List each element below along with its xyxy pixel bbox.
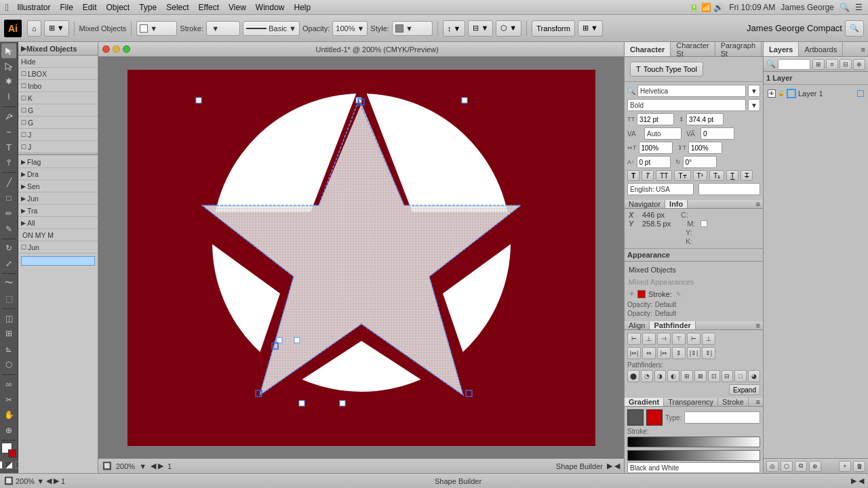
baseline-input[interactable] xyxy=(637,156,671,168)
minimize-btn[interactable] xyxy=(113,45,120,53)
font-style-dropdown[interactable]: ▼ xyxy=(748,99,760,111)
layers-panel-options[interactable]: ≡ xyxy=(859,42,868,56)
menu-effect[interactable]: Effect xyxy=(199,3,219,12)
smallcaps-btn[interactable]: Tᴛ xyxy=(674,170,690,181)
dist-center-h[interactable]: ⇔ xyxy=(642,347,656,359)
nav-panel-options[interactable]: ≡ xyxy=(753,200,763,208)
tab-stroke-panel[interactable]: Stroke xyxy=(718,398,749,406)
font-size-input[interactable] xyxy=(637,113,674,125)
list-item-jun2[interactable]: ☐ Jun xyxy=(18,241,98,253)
gradient-swatch-red[interactable] xyxy=(646,409,663,426)
tracking-input[interactable] xyxy=(701,127,734,140)
super-btn[interactable]: T¹ xyxy=(693,170,707,181)
opacity-dropdown[interactable]: 100%▼ xyxy=(332,21,368,36)
menu-select[interactable]: Select xyxy=(166,3,189,12)
line-tool[interactable]: ╱ xyxy=(1,175,16,190)
layers-clip-btn[interactable]: ⧉ xyxy=(795,461,807,472)
layers-view-btn1[interactable]: ⊞ xyxy=(812,59,825,70)
tab-info[interactable]: Info xyxy=(665,200,688,208)
tab-character-styles[interactable]: Character St xyxy=(671,42,715,56)
warp-tool[interactable]: 〜 xyxy=(1,276,16,291)
path-merge[interactable]: ⊡ xyxy=(708,370,720,382)
tab-transparency[interactable]: Transparency xyxy=(664,398,718,406)
fill-stroke-colors[interactable] xyxy=(1,443,16,458)
scissors-tool[interactable]: ✂ xyxy=(1,392,16,407)
touch-type-btn[interactable]: T Touch Type Tool xyxy=(630,62,703,77)
paintbrush-tool[interactable]: ✏ xyxy=(1,206,16,221)
tab-gradient[interactable]: Gradient xyxy=(625,398,664,406)
menu-help[interactable]: Help xyxy=(294,3,311,12)
status-zoom-arrow[interactable]: ▼ xyxy=(37,477,44,485)
tab-align[interactable]: Align xyxy=(625,321,650,329)
status-zoom[interactable]: 200% xyxy=(16,477,35,485)
lasso-tool[interactable]: ⌇ xyxy=(1,89,16,104)
rotation-input[interactable] xyxy=(683,156,717,168)
path-intersect[interactable]: ◑ xyxy=(654,370,667,382)
path-minus-back[interactable]: ◕ xyxy=(748,370,760,382)
list-item-hide[interactable]: Hide xyxy=(18,56,98,68)
stroke-color-dropdown[interactable]: ▼ xyxy=(136,21,177,36)
status-toggle[interactable]: ▶ ◀ xyxy=(851,476,864,485)
menu-type[interactable]: Type xyxy=(139,3,157,12)
italic-btn[interactable]: T xyxy=(642,170,654,181)
tab-character[interactable]: Character xyxy=(625,42,671,56)
dist-left[interactable]: |⇔| xyxy=(627,347,641,359)
close-btn[interactable] xyxy=(102,45,110,53)
layers-view-btn4[interactable]: ⊕ xyxy=(853,59,865,70)
curvature-tool[interactable]: ~ xyxy=(1,125,16,140)
gradient-swatch-dark[interactable] xyxy=(627,409,644,426)
layer-1-item[interactable]: 👁 🔒 Layer 1 xyxy=(766,87,865,100)
dist-top[interactable]: ⇕ xyxy=(672,347,686,359)
rotate-tool[interactable]: ↻ xyxy=(1,241,16,256)
tab-layers[interactable]: Layers xyxy=(764,42,799,56)
path-exclude[interactable]: ◐ xyxy=(667,370,679,382)
graph-tool[interactable]: ⬚ xyxy=(1,291,16,306)
stroke-style-dropdown[interactable]: Basic▼ xyxy=(243,21,300,36)
layers-view-btn2[interactable]: ≡ xyxy=(826,59,838,70)
dist-right[interactable]: |⇔ xyxy=(657,347,671,359)
scale-x-input[interactable] xyxy=(639,142,673,154)
canvas-area[interactable] xyxy=(98,57,624,458)
list-item-k[interactable]: ☐ K xyxy=(18,92,98,104)
eyedropper-tool[interactable]: ⊾ xyxy=(1,342,16,357)
menu-edit[interactable]: Edit xyxy=(83,3,97,12)
arrange-btn[interactable]: ↕ ▼ xyxy=(443,20,465,37)
preset-name-input[interactable]: Black and White xyxy=(627,462,760,473)
menu-file[interactable]: File xyxy=(60,3,73,12)
search-icon[interactable]: 🔍 xyxy=(840,3,850,12)
layer-target-btn[interactable] xyxy=(857,90,864,97)
caps-btn[interactable]: TT xyxy=(656,170,672,181)
menu-view[interactable]: View xyxy=(229,3,246,12)
scale-tool[interactable]: ⤢ xyxy=(1,256,16,271)
font-dropdown-btn[interactable]: ▼ xyxy=(748,85,760,97)
list-item-sen[interactable]: ▶ Sen xyxy=(18,180,98,192)
transform-btn[interactable]: Transform xyxy=(532,20,575,37)
maximize-btn[interactable] xyxy=(123,45,130,53)
transform-options-btn[interactable]: ⊞ ▼ xyxy=(578,20,603,37)
layer-visibility-btn[interactable]: 👁 xyxy=(768,89,776,98)
mesh-tool[interactable]: ⊞ xyxy=(1,326,16,341)
status-nav[interactable]: ◀ ▶ xyxy=(46,476,59,485)
list-item-g2[interactable]: ☐ G xyxy=(18,117,98,129)
sub-btn[interactable]: T₁ xyxy=(709,170,724,181)
align-btn[interactable]: ⊟ ▼ xyxy=(468,20,493,37)
layers-locate-btn[interactable]: ◎ xyxy=(766,461,778,472)
pen-tool[interactable] xyxy=(1,109,16,124)
layers-view-btn3[interactable]: ⊟ xyxy=(840,59,852,70)
gradient-panel-options[interactable]: ≡ xyxy=(753,398,763,406)
dist-bottom[interactable]: ⇕| xyxy=(702,347,715,359)
stroke-weight-dropdown[interactable]: ▼ xyxy=(206,21,240,36)
strike-btn[interactable]: T xyxy=(741,170,753,181)
list-item-lbox[interactable]: ☐ LBOX xyxy=(18,68,98,80)
path-unite[interactable]: ⬤ xyxy=(627,370,639,382)
add-item-btn[interactable] xyxy=(21,256,95,266)
hand-tool[interactable]: ✋ xyxy=(1,407,16,422)
home-btn[interactable]: ⌂ xyxy=(27,20,41,37)
canvas-zoom[interactable]: 200% xyxy=(116,462,135,470)
layers-delete-btn[interactable]: 🗑 xyxy=(853,461,865,472)
list-item-j2[interactable]: ☐ J xyxy=(18,141,98,153)
align-bottom[interactable]: ⊥ xyxy=(702,333,715,345)
underline-btn[interactable]: T xyxy=(726,170,738,181)
bold-btn[interactable]: T xyxy=(627,170,639,181)
menu-window[interactable]: Window xyxy=(256,3,285,12)
